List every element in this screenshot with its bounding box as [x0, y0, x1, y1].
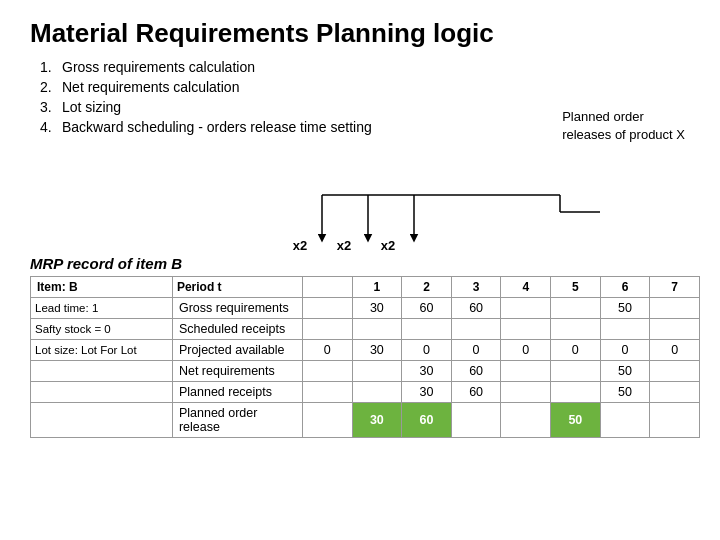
list-item-1: 1. Gross requirements calculation	[40, 59, 690, 75]
header-col2: 2	[402, 277, 452, 298]
header-col5: 5	[551, 277, 601, 298]
mrp-section: MRP record of item B Item: B Period t 1 …	[30, 255, 700, 438]
row-label-projected: Projected available	[172, 340, 302, 361]
x2-label-1: x2	[278, 238, 322, 253]
gross-2: 60	[402, 298, 452, 319]
table-row-gross: Lead time: 1 Gross requirements 30 60 60…	[31, 298, 700, 319]
proj-4: 0	[501, 340, 551, 361]
net-6: 50	[600, 361, 650, 382]
pr-4	[501, 382, 551, 403]
mrp-title: MRP record of item B	[30, 255, 700, 272]
table-header-row: Item: B Period t 1 2 3 4 5 6 7	[31, 277, 700, 298]
pr-1	[352, 382, 402, 403]
net-2: 30	[402, 361, 452, 382]
net-3: 60	[451, 361, 501, 382]
side-label-safety: Safty stock = 0	[31, 319, 173, 340]
por-1: 30	[352, 403, 402, 438]
por-5: 50	[551, 403, 601, 438]
header-side-label: Item: B	[31, 277, 173, 298]
header-col1: 1	[352, 277, 402, 298]
sched-1	[352, 319, 402, 340]
por-3	[451, 403, 501, 438]
gross-3: 60	[451, 298, 501, 319]
side-label-net	[31, 361, 173, 382]
row-label-gross: Gross requirements	[172, 298, 302, 319]
table-row-planned-order: Planned order release 30 60 50	[31, 403, 700, 438]
x2-label-3: x2	[366, 238, 410, 253]
gross-extra	[302, 298, 352, 319]
net-extra	[302, 361, 352, 382]
header-col7: 7	[650, 277, 700, 298]
pr-2: 30	[402, 382, 452, 403]
mrp-table: Item: B Period t 1 2 3 4 5 6 7 Lead time…	[30, 276, 700, 438]
page-title: Material Requirements Planning logic	[30, 18, 690, 49]
pr-5	[551, 382, 601, 403]
gross-4	[501, 298, 551, 319]
gross-1: 30	[352, 298, 402, 319]
proj-2: 0	[402, 340, 452, 361]
page: Material Requirements Planning logic 1. …	[0, 0, 720, 540]
proj-6: 0	[600, 340, 650, 361]
side-label-lead: Lead time: 1	[31, 298, 173, 319]
sched-3	[451, 319, 501, 340]
pr-7	[650, 382, 700, 403]
table-row-planned-receipts: Planned receipts 30 60 50	[31, 382, 700, 403]
proj-5: 0	[551, 340, 601, 361]
x2-row: x2 x2 x2	[278, 238, 410, 253]
table-row-projected: Lot size: Lot For Lot Projected availabl…	[31, 340, 700, 361]
proj-1: 30	[352, 340, 402, 361]
side-label-lotsize: Lot size: Lot For Lot	[31, 340, 173, 361]
proj-extra: 0	[302, 340, 352, 361]
gross-7	[650, 298, 700, 319]
gross-5	[551, 298, 601, 319]
pr-extra	[302, 382, 352, 403]
row-label-net: Net requirements	[172, 361, 302, 382]
side-label-planned-order	[31, 403, 173, 438]
x2-label-2: x2	[322, 238, 366, 253]
header-col6: 6	[600, 277, 650, 298]
por-6	[600, 403, 650, 438]
por-extra	[302, 403, 352, 438]
sched-7	[650, 319, 700, 340]
sched-2	[402, 319, 452, 340]
header-col3: 3	[451, 277, 501, 298]
proj-7: 0	[650, 340, 700, 361]
por-7	[650, 403, 700, 438]
net-5	[551, 361, 601, 382]
net-4	[501, 361, 551, 382]
proj-3: 0	[451, 340, 501, 361]
header-period: Period t	[172, 277, 302, 298]
pr-6: 50	[600, 382, 650, 403]
row-label-planned-order: Planned order release	[172, 403, 302, 438]
gross-6: 50	[600, 298, 650, 319]
table-row-scheduled: Safty stock = 0 Scheduled receipts	[31, 319, 700, 340]
sched-4	[501, 319, 551, 340]
row-label-scheduled: Scheduled receipts	[172, 319, 302, 340]
row-label-planned-receipts: Planned receipts	[172, 382, 302, 403]
list-item-2: 2. Net requirements calculation	[40, 79, 690, 95]
header-col4: 4	[501, 277, 551, 298]
por-4	[501, 403, 551, 438]
sched-5	[551, 319, 601, 340]
side-label-planned-receipts	[31, 382, 173, 403]
header-extra	[302, 277, 352, 298]
por-2: 60	[402, 403, 452, 438]
net-7	[650, 361, 700, 382]
pr-3: 60	[451, 382, 501, 403]
planned-order-annotation: Planned orderreleases of product X	[562, 108, 685, 144]
sched-6	[600, 319, 650, 340]
table-row-net: Net requirements 30 60 50	[31, 361, 700, 382]
sched-extra	[302, 319, 352, 340]
net-1	[352, 361, 402, 382]
